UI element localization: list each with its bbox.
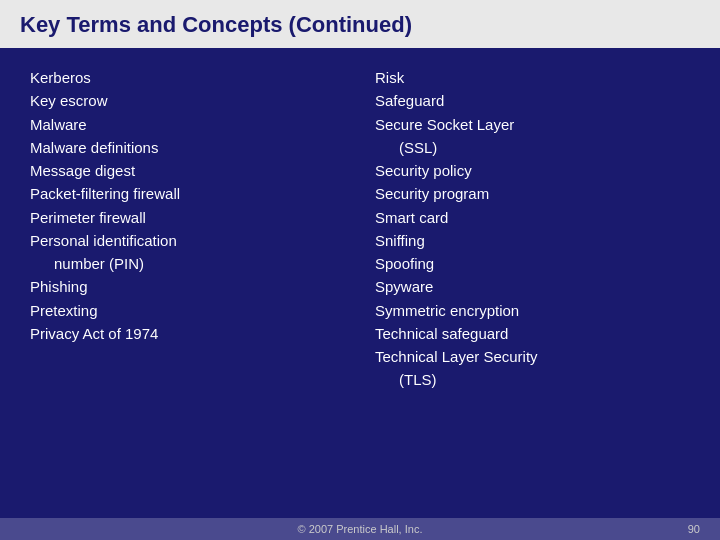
list-item: Technical safeguard <box>375 322 700 345</box>
list-item: Message digest <box>30 159 355 182</box>
list-item: Malware <box>30 113 355 136</box>
list-item: Risk <box>375 66 700 89</box>
list-item: (TLS) <box>375 368 700 391</box>
list-item: Pretexting <box>30 299 355 322</box>
list-item: Sniffing <box>375 229 700 252</box>
list-item: Spoofing <box>375 252 700 275</box>
list-item: Malware definitions <box>30 136 355 159</box>
list-item: Packet-filtering firewall <box>30 182 355 205</box>
list-item: Symmetric encryption <box>375 299 700 322</box>
slide-title: Key Terms and Concepts (Continued) <box>20 12 700 38</box>
right-column: RiskSafeguardSecure Socket Layer(SSL)Sec… <box>365 66 700 508</box>
list-item: Security program <box>375 182 700 205</box>
footer: © 2007 Prentice Hall, Inc. 90 <box>0 518 720 540</box>
copyright-text: © 2007 Prentice Hall, Inc. <box>298 523 423 535</box>
list-item: Key escrow <box>30 89 355 112</box>
list-item: Kerberos <box>30 66 355 89</box>
list-item: Safeguard <box>375 89 700 112</box>
left-column: KerberosKey escrowMalwareMalware definit… <box>30 66 365 508</box>
list-item: Spyware <box>375 275 700 298</box>
list-item: number (PIN) <box>30 252 355 275</box>
list-item: (SSL) <box>375 136 700 159</box>
page-number: 90 <box>688 523 700 535</box>
list-item: Perimeter firewall <box>30 206 355 229</box>
list-item: Secure Socket Layer <box>375 113 700 136</box>
list-item: Smart card <box>375 206 700 229</box>
list-item: Phishing <box>30 275 355 298</box>
title-bar: Key Terms and Concepts (Continued) <box>0 0 720 48</box>
slide: Key Terms and Concepts (Continued) Kerbe… <box>0 0 720 540</box>
list-item: Personal identification <box>30 229 355 252</box>
list-item: Technical Layer Security <box>375 345 700 368</box>
list-item: Security policy <box>375 159 700 182</box>
content-area: KerberosKey escrowMalwareMalware definit… <box>0 48 720 518</box>
list-item: Privacy Act of 1974 <box>30 322 355 345</box>
